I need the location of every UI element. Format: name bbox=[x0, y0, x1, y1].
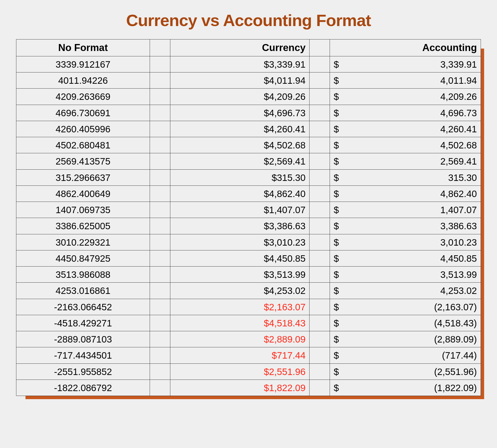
cell-currency: $315.30 bbox=[170, 169, 310, 185]
spacer-cell bbox=[150, 267, 170, 283]
cell-noformat: -1822.086792 bbox=[16, 380, 150, 396]
currency-symbol: $ bbox=[334, 90, 339, 103]
table-row: 4011.94226$4,011.94$4,011.94 bbox=[16, 72, 481, 89]
accounting-value: (717.44) bbox=[442, 350, 477, 360]
cell-accounting: $4,696.73 bbox=[330, 105, 481, 121]
table-row: -2889.087103$2,889.09$(2,889.09) bbox=[16, 331, 481, 347]
cell-noformat: 4253.016861 bbox=[16, 283, 150, 299]
cell-accounting: $2,569.41 bbox=[330, 153, 481, 169]
table-row: 3513.986088$3,513.99$3,513.99 bbox=[16, 267, 481, 283]
spacer-cell bbox=[310, 202, 330, 218]
cell-accounting: $3,513.99 bbox=[330, 267, 481, 283]
cell-accounting: $3,386.63 bbox=[330, 218, 481, 234]
cell-currency: $4,450.85 bbox=[170, 250, 310, 266]
table-row: 4502.680481$4,502.68$4,502.68 bbox=[16, 137, 481, 153]
cell-noformat: 4696.730691 bbox=[16, 105, 150, 121]
spacer-cell bbox=[150, 363, 170, 380]
currency-symbol: $ bbox=[334, 155, 339, 167]
table-row: 2569.413575$2,569.41$2,569.41 bbox=[16, 153, 481, 169]
cell-currency: $1,407.07 bbox=[170, 202, 310, 218]
spacer-cell bbox=[310, 72, 330, 89]
col-header-currency: Currency bbox=[170, 39, 310, 56]
cell-accounting: $(2,889.09) bbox=[330, 331, 481, 347]
cell-currency: $4,696.73 bbox=[170, 105, 310, 121]
accounting-value: (1,822.09) bbox=[434, 383, 477, 393]
cell-noformat: -2889.087103 bbox=[16, 331, 150, 347]
cell-accounting: $(2,551.96) bbox=[330, 363, 481, 380]
accounting-value: 3,339.91 bbox=[440, 59, 477, 70]
currency-symbol: $ bbox=[334, 236, 339, 249]
accounting-value: (2,889.09) bbox=[434, 334, 477, 344]
cell-accounting: $4,209.26 bbox=[330, 89, 481, 105]
cell-accounting: $4,862.40 bbox=[330, 185, 481, 202]
cell-currency: $4,260.41 bbox=[170, 121, 310, 137]
accounting-value: 4,862.40 bbox=[440, 188, 477, 199]
cell-accounting: $4,502.68 bbox=[330, 137, 481, 153]
spacer-col-2 bbox=[310, 39, 330, 56]
spacer-cell bbox=[150, 380, 170, 396]
spacer-cell bbox=[150, 56, 170, 72]
spacer-cell bbox=[150, 89, 170, 105]
cell-accounting: $315.30 bbox=[330, 169, 481, 185]
spacer-cell bbox=[150, 121, 170, 137]
spacer-cell bbox=[310, 267, 330, 283]
accounting-value: 3,010.23 bbox=[440, 237, 477, 247]
cell-currency: $3,386.63 bbox=[170, 218, 310, 234]
cell-accounting: $1,407.07 bbox=[330, 202, 481, 218]
cell-currency: $2,889.09 bbox=[170, 331, 310, 347]
spacer-cell bbox=[310, 363, 330, 380]
spacer-cell bbox=[150, 72, 170, 89]
table-row: 3339.912167$3,339.91$3,339.91 bbox=[16, 56, 481, 72]
spacer-cell bbox=[150, 153, 170, 169]
accounting-value: 3,386.63 bbox=[440, 221, 477, 231]
spacer-cell bbox=[310, 169, 330, 185]
cell-noformat: 4011.94226 bbox=[16, 72, 150, 89]
spacer-cell bbox=[310, 105, 330, 121]
cell-noformat: 2569.413575 bbox=[16, 153, 150, 169]
accounting-value: 4,253.02 bbox=[440, 285, 477, 296]
table-row: 1407.069735$1,407.07$1,407.07 bbox=[16, 202, 481, 218]
cell-currency: $3,339.91 bbox=[170, 56, 310, 72]
cell-currency: $4,209.26 bbox=[170, 89, 310, 105]
accounting-value: 315.30 bbox=[448, 172, 477, 183]
cell-noformat: 3339.912167 bbox=[16, 56, 150, 72]
cell-currency: $2,163.07 bbox=[170, 299, 310, 315]
currency-symbol: $ bbox=[334, 365, 339, 378]
table-container: No Format Currency Accounting 3339.91216… bbox=[16, 39, 481, 396]
cell-currency: $4,011.94 bbox=[170, 72, 310, 89]
table-row: 3386.625005$3,386.63$3,386.63 bbox=[16, 218, 481, 234]
table-row: -2163.066452$2,163.07$(2,163.07) bbox=[16, 299, 481, 315]
cell-currency: $4,862.40 bbox=[170, 185, 310, 202]
table-row: 4862.400649$4,862.40$4,862.40 bbox=[16, 185, 481, 202]
spacer-cell bbox=[310, 283, 330, 299]
accounting-value: (2,551.96) bbox=[434, 366, 477, 377]
spacer-cell bbox=[150, 250, 170, 266]
col-header-noformat: No Format bbox=[16, 39, 150, 56]
table-row: -4518.429271$4,518.43$(4,518.43) bbox=[16, 315, 481, 331]
currency-symbol: $ bbox=[334, 187, 339, 200]
currency-symbol: $ bbox=[334, 74, 339, 87]
cell-currency: $1,822.09 bbox=[170, 380, 310, 396]
currency-symbol: $ bbox=[334, 284, 339, 297]
table-row: 315.2966637$315.30$315.30 bbox=[16, 169, 481, 185]
spacer-col-1 bbox=[150, 39, 170, 56]
cell-noformat: 4502.680481 bbox=[16, 137, 150, 153]
accounting-value: 4,696.73 bbox=[440, 108, 477, 118]
table-row: 4696.730691$4,696.73$4,696.73 bbox=[16, 105, 481, 121]
spacer-cell bbox=[310, 299, 330, 315]
currency-symbol: $ bbox=[334, 301, 339, 313]
spacer-cell bbox=[150, 185, 170, 202]
accounting-value: 2,569.41 bbox=[440, 156, 477, 166]
spacer-cell bbox=[310, 331, 330, 347]
cell-currency: $3,010.23 bbox=[170, 234, 310, 250]
currency-symbol: $ bbox=[334, 203, 339, 216]
cell-accounting: $(4,518.43) bbox=[330, 315, 481, 331]
currency-symbol: $ bbox=[334, 58, 339, 71]
cell-noformat: 1407.069735 bbox=[16, 202, 150, 218]
spacer-cell bbox=[150, 105, 170, 121]
currency-symbol: $ bbox=[334, 220, 339, 232]
cell-noformat: 4862.400649 bbox=[16, 185, 150, 202]
cell-accounting: $(717.44) bbox=[330, 347, 481, 363]
spacer-cell bbox=[310, 56, 330, 72]
cell-noformat: -2163.066452 bbox=[16, 299, 150, 315]
